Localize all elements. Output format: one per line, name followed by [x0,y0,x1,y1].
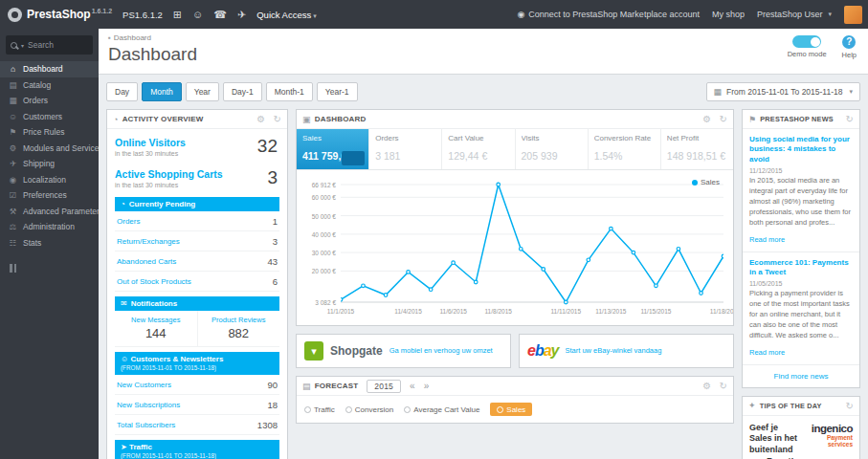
forecast-legend-traffic[interactable]: Traffic [304,405,335,414]
kpi-tab-visits[interactable]: Visits205 939 [516,129,589,169]
search-input[interactable] [28,40,81,50]
kpi-tab-conversion-rate[interactable]: Conversion Rate1.54% [589,129,661,169]
pending-orders-row: Orders1 [115,211,279,231]
new-messages-cell[interactable]: New Messages144 [115,311,197,346]
prev-year-icon[interactable]: « [410,381,415,391]
total-subscribers-link[interactable]: Total Subscribers [117,421,175,429]
news-title: PRESTASHOP NEWS [760,115,834,123]
filter-year-1-button[interactable]: Year-1 [317,82,358,101]
person-icon[interactable]: ☺ [192,9,203,20]
dashboard-icon: ▣ [302,115,311,124]
sidebar-search[interactable]: ▾ [6,35,93,55]
forecast-legend-sales[interactable]: Sales [490,403,532,416]
find-more-news-link[interactable]: Find more news [743,365,859,387]
help-control: ? Help [842,35,857,59]
support-icon[interactable]: ☎ [213,9,227,21]
sidebar-item-modules[interactable]: ⚙Modules and Services [0,141,99,157]
sidebar-item-advanced-parameters[interactable]: ⚒Advanced Parameters [0,204,99,220]
kpi-tab-cart-value[interactable]: Cart Value129,44 € [442,129,515,169]
sidebar-item-catalog[interactable]: ▤Catalog [0,77,99,94]
kpi-tab-sales[interactable]: Sales411 759,00 € [297,129,369,169]
demo-mode-toggle[interactable] [792,35,821,48]
sidebar-item-customers[interactable]: ☺Customers [0,109,99,125]
forecast-legend-average-cart-value[interactable]: Average Cart Value [404,405,479,414]
breadcrumb[interactable]: ▪ Dashboard [108,33,858,42]
refresh-icon[interactable]: ↻ [273,114,281,124]
date-range-picker[interactable]: ▦ From 2015-11-01 To 2015-11-18 ▾ [706,82,860,101]
kpi-tab-net-profit[interactable]: Net Profit148 918,51 € [661,129,733,169]
help-icon[interactable]: ? [842,35,856,49]
sidebar-item-dashboard[interactable]: ⌂Dashboard [0,61,99,77]
article-title-link[interactable]: Using social media for your business: 4 … [749,135,853,164]
ingenico-wordmark: ingenico [807,423,853,434]
filter-day-button[interactable]: Day [106,82,138,101]
chart-legend[interactable]: Sales [692,178,720,186]
read-more-link[interactable]: Read more [749,235,785,244]
gear-icon[interactable]: ⚙ [702,114,711,124]
y-tick-label: 3 082 € [315,299,336,306]
new-subscriptions-link[interactable]: New Subscriptions [117,401,180,409]
refresh-icon[interactable]: ↻ [845,401,854,411]
news-icon: ⚑ [748,115,756,124]
user-menu[interactable]: PrestaShop User▾ [757,10,832,19]
sidebar-item-shipping[interactable]: ✈Shipping [0,156,99,172]
notifications-row: New Messages144 Product Reviews882 [115,311,279,347]
filter-month-1-button[interactable]: Month-1 [266,82,313,101]
sidebar-item-preferences[interactable]: ☑Preferences [0,187,99,204]
sidebar-item-stats[interactable]: ☷Stats [0,235,99,251]
marketplace-connect-link[interactable]: ◉Connect to PrestaShop Marketplace accou… [517,10,699,19]
legend-dot-icon [345,406,352,413]
preferences-icon: ☑ [8,190,18,200]
refresh-icon[interactable]: ↻ [719,381,727,391]
article-title-link[interactable]: Ecommerce 101: Payments in a Tweet [749,258,853,278]
new-customers-value: 90 [267,380,278,390]
forecast-legend-conversion[interactable]: Conversion [345,405,393,414]
pending-orders-link[interactable]: Orders [117,217,140,226]
kpi-tab-orders[interactable]: Orders3 181 [369,129,442,169]
quick-access-menu[interactable]: Quick Access▾ [256,10,317,20]
new-customers-row: New Customers90 [115,375,279,395]
forecast-year-select[interactable]: 2015 [367,380,401,393]
y-tick-label: 50 000 € [312,212,336,219]
abandoned-carts-link[interactable]: Abandoned Carts [117,257,176,266]
news-article: Using social media for your business: 4 … [743,129,859,252]
avatar[interactable] [844,6,862,24]
forecast-panel: ▤ FORECAST 2015 « » ⚙ ↻ Traffic Conversi… [296,376,734,424]
abandoned-carts-value: 43 [267,256,278,267]
calendar-icon: ▦ [714,87,723,97]
sidebar-item-administration[interactable]: ⚖Administration [0,219,99,235]
gear-icon[interactable]: ⚙ [256,114,265,124]
active-carts-link[interactable]: Active Shopping Carts [115,168,279,180]
gear-icon[interactable]: ⚙ [702,381,711,391]
product-reviews-cell[interactable]: Product Reviews882 [197,311,280,346]
dashboard-panel: ▣ DASHBOARD ⚙ ↻ Sales411 759,00 € Orders… [296,109,734,326]
x-tick-label: 11/4/2015 [394,308,421,315]
prestashop-logo[interactable]: PrestaShop1.6.1.2 [8,8,112,22]
refresh-icon[interactable]: ↻ [845,114,854,124]
cart-icon[interactable]: ⊞ [173,9,182,21]
new-subscriptions-row: New Subscriptions18 [115,395,279,415]
pending-returns-link[interactable]: Return/Exchanges [117,237,180,246]
refresh-icon[interactable]: ↻ [719,114,727,124]
article-date: 11/12/2015 [749,167,853,174]
y-tick-label: 40 000 € [312,230,336,237]
new-customers-link[interactable]: New Customers [117,381,171,389]
article-date: 11/05/2015 [749,280,853,287]
ebay-link[interactable]: Start uw eBay-winkel vandaag [566,346,662,356]
filter-day-1-button[interactable]: Day-1 [223,82,262,101]
sidebar-item-localization[interactable]: ◉Localization [0,172,99,188]
read-more-link[interactable]: Read more [749,348,785,357]
chart-y-axis: 66 912 €60 000 €50 000 €40 000 €30 000 €… [306,180,341,306]
filter-month-button[interactable]: Month [142,82,182,101]
online-visitors-link[interactable]: Online Visitors [115,137,279,148]
filter-year-button[interactable]: Year [186,82,219,101]
collapse-sidebar-icon[interactable] [10,264,99,273]
shopgate-link[interactable]: Ga mobiel en verhoog uw omzet [389,346,493,356]
rocket-icon[interactable]: ✈ [237,9,246,21]
out-of-stock-link[interactable]: Out of Stock Products [117,277,191,286]
my-shop-link[interactable]: My shop [712,10,745,19]
next-year-icon[interactable]: » [424,381,430,391]
sidebar-item-orders[interactable]: ▦Orders [0,93,99,109]
sidebar-item-price-rules[interactable]: ⚑Price Rules [0,124,99,141]
customers-newsletters-header: ☺ Customers & Newsletters (FROM 2015-11-… [115,352,279,375]
